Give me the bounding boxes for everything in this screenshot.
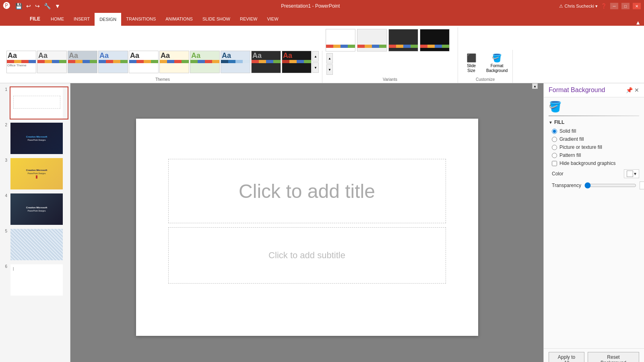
tab-animations[interactable]: ANIMATIONS — [161, 12, 198, 26]
slide-1-title-area — [13, 96, 60, 108]
more-button[interactable]: ▼ — [53, 1, 62, 11]
themes-scroll-down[interactable]: ▼ — [312, 62, 319, 73]
theme-office[interactable]: Aa Office Theme — [6, 51, 36, 73]
quick-access-toolbar: 💾 ↩ ↪ 🔧 ▼ — [14, 1, 62, 11]
tab-insert[interactable]: INSERT — [69, 12, 95, 26]
titlebar: 🅟 💾 ↩ ↪ 🔧 ▼ Presentation1 - PowerPoint ⚠… — [0, 0, 644, 12]
title-placeholder-text: Click to add title — [239, 180, 375, 202]
main-slide-canvas[interactable]: Click to add title Click to add subtitle — [136, 119, 478, 336]
slide-img-2[interactable]: Creative Microsoft PowerPoint Designs — [10, 122, 68, 155]
gradient-fill-label: Gradient fill — [559, 136, 584, 142]
slide-thumbnail-3[interactable]: 3 Creative Microsoft PowerPoint Designs — [2, 157, 68, 190]
subtitle-placeholder-text: Click to add subtitle — [268, 250, 345, 261]
pattern-fill-option[interactable]: Pattern fill — [552, 152, 639, 158]
transparency-text-input[interactable] — [640, 183, 644, 188]
pattern-fill-radio[interactable] — [552, 153, 557, 158]
collapse-ribbon-button[interactable]: ▲ — [635, 19, 641, 26]
redo-button[interactable]: ↪ — [33, 1, 41, 11]
variants-scroll-up[interactable]: ▲ — [326, 53, 333, 64]
solid-fill-radio[interactable] — [552, 129, 557, 134]
color-dropdown-icon: ▾ — [634, 171, 636, 177]
canvas-area[interactable]: ▲ Click to add title Click to add subtit… — [70, 83, 543, 362]
customize-group: ⬛ SlideSize 🪣 FormatBackground Customize — [458, 50, 513, 83]
reset-background-button[interactable]: Reset Background — [588, 352, 639, 362]
slide-thumbnail-1[interactable]: 1 — [2, 86, 68, 119]
tab-review[interactable]: REVIEW — [235, 12, 262, 26]
window-title: Presentation1 - PowerPoint — [62, 3, 559, 9]
help-icon: ❓ — [601, 3, 607, 9]
slide-img-6[interactable]: | — [10, 263, 68, 296]
themes-row: Aa Office Theme Aa — [6, 51, 319, 73]
panel-pin-button[interactable]: 📌 — [626, 87, 633, 93]
variant-1[interactable] — [326, 29, 355, 51]
theme-10[interactable]: Aa — [282, 51, 312, 73]
slide-canvas-1 — [10, 87, 63, 119]
slide-thumbnail-5[interactable]: 5 — [2, 228, 68, 261]
fill-section-header[interactable]: ▼ FILL — [549, 119, 639, 125]
variant-2[interactable] — [357, 29, 387, 51]
tab-home[interactable]: HOME — [46, 12, 69, 26]
panel-controls: 📌 ✕ — [626, 87, 639, 93]
slide-4-text: Creative Microsoft PowerPoint Designs — [25, 206, 48, 213]
tab-slideshow[interactable]: SLIDE SHOW — [198, 12, 235, 26]
slide-num-1: 1 — [2, 86, 7, 92]
slide-num-4: 4 — [2, 193, 7, 198]
variants-scroll: ▲ ▼ — [326, 53, 333, 75]
picture-fill-option[interactable]: Picture or texture fill — [552, 144, 639, 150]
gradient-fill-radio[interactable] — [552, 137, 557, 142]
slide-thumbnail-2[interactable]: 2 Creative Microsoft PowerPoint Designs — [2, 122, 68, 155]
close-button[interactable]: ✕ — [633, 3, 641, 9]
theme-6[interactable]: Aa — [159, 51, 189, 73]
theme-8[interactable]: Aa — [221, 51, 250, 73]
apply-to-all-button[interactable]: Apply to All — [549, 352, 584, 362]
tab-transitions[interactable]: TRANSITIONS — [121, 12, 161, 26]
variant-4[interactable] — [420, 29, 450, 51]
slide-img-4[interactable]: Creative Microsoft PowerPoint Designs — [10, 193, 68, 226]
minimize-button[interactable]: ─ — [610, 3, 618, 9]
maximize-button[interactable]: □ — [621, 3, 630, 9]
theme-3[interactable]: Aa — [68, 51, 97, 73]
themes-scroll-up[interactable]: ▲ — [312, 51, 319, 62]
transparency-slider[interactable] — [584, 182, 636, 189]
theme-9[interactable]: Aa — [251, 51, 281, 73]
undo-button[interactable]: ↩ — [25, 1, 33, 11]
save-button[interactable]: 💾 — [14, 1, 24, 11]
slide-img-5[interactable] — [10, 228, 68, 261]
customize-qa-button[interactable]: 🔧 — [42, 1, 52, 11]
tab-view[interactable]: VIEW — [262, 12, 283, 26]
canvas-scroll-up[interactable]: ▲ — [532, 83, 538, 89]
slide-img-1[interactable] — [10, 86, 68, 119]
window-icon-area: 🅟 💾 ↩ ↪ 🔧 ▼ — [3, 1, 62, 11]
theme-4[interactable]: Aa — [98, 51, 128, 73]
hide-bg-label: Hide background graphics — [559, 160, 615, 166]
theme-5[interactable]: Aa — [129, 51, 159, 73]
customize-group-label: Customize — [476, 76, 495, 83]
ribbon-collapse-btn[interactable]: ▲ — [283, 19, 644, 26]
format-bg-label: FormatBackground — [486, 64, 508, 73]
tab-file[interactable]: FILE — [24, 12, 46, 26]
slide-num-6: 6 — [2, 263, 7, 269]
app-icon: 🅟 — [3, 2, 10, 10]
gradient-fill-option[interactable]: Gradient fill — [552, 136, 639, 142]
solid-fill-option[interactable]: Solid fill — [552, 128, 639, 134]
slide-5-pattern — [10, 229, 63, 260]
user-info: ⚠ Chris Suchecki ▾ — [559, 4, 598, 9]
theme-2[interactable]: Aa — [37, 51, 67, 73]
variants-scroll-down[interactable]: ▼ — [326, 64, 333, 75]
picture-fill-radio[interactable] — [552, 145, 557, 150]
hide-bg-graphics-option[interactable]: Hide background graphics — [552, 160, 639, 166]
variant-3[interactable] — [388, 29, 418, 51]
slide-thumbnail-6[interactable]: 6 | — [2, 263, 68, 296]
hide-bg-checkbox[interactable] — [552, 161, 557, 166]
theme-7[interactable]: Aa — [190, 51, 220, 73]
slide-size-button[interactable]: ⬛ SlideSize — [461, 51, 481, 75]
color-picker-button[interactable]: ▾ — [624, 169, 639, 178]
format-background-button[interactable]: 🪣 FormatBackground — [485, 51, 509, 75]
slide-img-3[interactable]: Creative Microsoft PowerPoint Designs — [10, 157, 68, 190]
slide-thumbnail-4[interactable]: 4 Creative Microsoft PowerPoint Designs — [2, 193, 68, 226]
panel-close-button[interactable]: ✕ — [634, 87, 639, 93]
title-placeholder[interactable]: Click to add title — [168, 159, 446, 223]
tab-design[interactable]: DESIGN — [95, 12, 121, 26]
subtitle-placeholder[interactable]: Click to add subtitle — [168, 227, 446, 284]
ribbon: FILE HOME INSERT DESIGN TRANSITIONS ANIM… — [0, 12, 644, 83]
